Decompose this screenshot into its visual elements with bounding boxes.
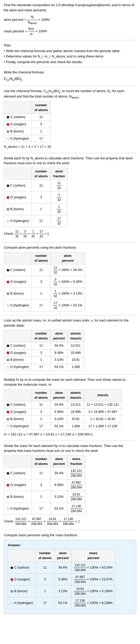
table-row: H (hydrogen) 17 53.1% 1.008 17 × 1.008 =… xyxy=(4,423,122,430)
h-dot-icon xyxy=(7,425,9,427)
table-row: O (oxygen) 3 xyxy=(4,121,51,128)
h-count: 17 xyxy=(32,135,50,142)
table-row: B (boron) 1 132 × 100% = 3.13% xyxy=(4,288,85,300)
c-dot-icon xyxy=(7,116,9,119)
mf-element-b: B (boron) xyxy=(4,491,32,503)
element-h: H (hydrogen) xyxy=(4,135,32,142)
mm-h-total: 17 × 1.008 = 17.136 xyxy=(84,423,122,430)
mm-h-count: 17 xyxy=(32,423,50,430)
ap-col-atoms: numberof atoms xyxy=(32,252,50,264)
ap-element-o: O (oxygen) xyxy=(4,276,32,288)
ap-c-percent: 1132 × 100% = 34.4% xyxy=(51,264,85,276)
am-h-mass: 1.008 xyxy=(68,364,84,371)
am-b-pct: 3.13% xyxy=(51,356,68,364)
plan-step-3: Finally, compute the percents and check … xyxy=(4,60,136,65)
mm-o-total: 3 × 15.999 = 47.997 xyxy=(84,408,122,416)
mm-o-pct: 9.38% xyxy=(51,408,68,416)
molar-mass-section: Multiply Nᵢ by mᵢ to compute the mass fo… xyxy=(4,377,136,437)
table-row: H (hydrogen) 17 xyxy=(4,135,51,142)
b-dot-icon xyxy=(7,359,9,361)
molar-mass-table: numberof atoms atompercent atomicmass/u … xyxy=(4,389,122,430)
mass-fraction-check: Check: 132.121208.064 + 47.997208.064 + … xyxy=(4,517,136,526)
mm-element-o: O (oxygen) xyxy=(4,408,32,416)
h-dot-icon xyxy=(7,508,9,510)
mm-h-pct: 53.1% xyxy=(51,423,68,430)
mf-h-pct: 53.1% xyxy=(51,503,68,515)
mm-h-mass: 1.008 xyxy=(68,423,84,430)
am-col-pct: atompercent xyxy=(51,330,68,342)
divider-2 xyxy=(4,67,136,67)
c-dot-icon xyxy=(7,404,9,406)
chemical-formula-display: C11H17BO3 xyxy=(4,76,136,82)
ap-b-percent: 132 × 100% = 3.13% xyxy=(51,288,85,300)
mm-col-element xyxy=(4,389,32,401)
divider-5 xyxy=(4,242,136,242)
divider-4 xyxy=(4,153,136,153)
table-row: O (oxygen) 3 9.38% 15.999 3 × 15.999 = 4… xyxy=(4,408,122,416)
o-dot-icon xyxy=(7,411,9,413)
mf-c-fraction: 132.121208.064 xyxy=(68,467,85,479)
o-dot-icon xyxy=(7,352,9,354)
am-o-mass: 15.999 xyxy=(68,349,84,356)
mass-percent-final-intro: Compute mass percents using the mass fra… xyxy=(4,533,136,538)
atom-fraction-table: numberof atoms atomfraction C (carbon) 1… xyxy=(4,168,68,227)
table-row: B (boron) 1 3.13% 10.81 1 × 10.81 = 10.8… xyxy=(4,415,122,423)
af-h-count: 17 xyxy=(32,215,50,227)
mf-col-pct: atompercent xyxy=(51,455,68,467)
am-b-mass: 10.81 xyxy=(68,356,84,364)
table-row: C (carbon) 11 xyxy=(4,114,51,121)
af-h-fraction: 1732 xyxy=(51,215,68,227)
mm-element-c: C (carbon) xyxy=(4,401,32,408)
am-col-mass: atomicmass/u xyxy=(68,330,84,342)
mm-b-total: 1 × 10.81 = 10.81 xyxy=(84,415,122,423)
am-b-count: 1 xyxy=(32,356,50,364)
plan-step-2: Determine values for N_i, m_i, N_atoms, … xyxy=(4,54,136,59)
mp-h-mass-pct: 17.136208.064 × 100% = 8.236% xyxy=(71,597,115,609)
am-col-atoms: numberof atoms xyxy=(32,330,50,342)
table-row: C (carbon) 11 1132 xyxy=(4,180,68,192)
table-row: C (carbon) 11 34.4% 132.121208.064 × 100… xyxy=(8,562,115,573)
mm-b-pct: 3.13% xyxy=(51,415,68,423)
c-count: 11 xyxy=(32,114,50,121)
o-dot-icon xyxy=(11,578,13,581)
molar-mass-total: m = 132.121 u + 47.997 u + 10.81 u + 17.… xyxy=(4,432,136,437)
mp-c-atom-pct: 34.4% xyxy=(54,562,71,573)
mp-col-atom-pct: atompercent xyxy=(54,550,71,562)
am-c-pct: 34.4% xyxy=(51,342,68,349)
answer-label: Answer: xyxy=(8,543,132,548)
plan-title: Plan: xyxy=(4,43,136,48)
mp-b-count: 1 xyxy=(35,585,54,597)
mp-col-atoms: numberof atoms xyxy=(35,550,54,562)
intro-section: Find the elemental composition for 3,5-d… xyxy=(4,3,136,36)
count-table: numberof atoms C (carbon) 11 O (oxygen) … xyxy=(4,102,51,142)
am-h-pct: 53.1% xyxy=(51,364,68,371)
atom-fraction-check: Check: 1132 + 332 + 132 + 1732 = 1 xyxy=(4,229,136,239)
ap-h-percent: 1732 × 100% = 53.1% xyxy=(51,300,85,311)
atomic-mass-intro: Look up the atomic mass, mᵢ, in unified … xyxy=(4,318,136,328)
mp-col-element xyxy=(8,550,36,562)
atom-percent-formula: atom percent = NiNatoms × 100% xyxy=(4,15,136,25)
molar-mass-intro: Multiply Nᵢ by mᵢ to compute the mass fo… xyxy=(4,377,136,387)
am-element-o: O (oxygen) xyxy=(4,349,32,356)
am-h-count: 17 xyxy=(32,364,50,371)
c-dot-icon xyxy=(7,345,9,347)
ap-b-count: 1 xyxy=(32,288,50,300)
o-dot-icon xyxy=(7,196,9,199)
intro-text: Find the elemental composition for 3,5-d… xyxy=(4,3,136,13)
count-section: Use the chemical formula, C11H17BO3, to … xyxy=(4,89,136,149)
table-row: C (carbon) 11 34.4% 12.011 11 × 12.011 =… xyxy=(4,401,122,408)
answer-box: Answer: numberof atoms atompercent massp… xyxy=(4,540,136,614)
mass-percent-table: numberof atoms atompercent masspercent C… xyxy=(8,550,115,609)
c-dot-icon xyxy=(7,269,9,271)
mm-c-count: 11 xyxy=(32,401,50,408)
table-row: H (hydrogen) 17 53.1% 17.136208.064 xyxy=(4,503,85,515)
mp-element-h: H (hydrogen) xyxy=(8,597,36,609)
element-b: B (boron) xyxy=(4,128,32,135)
atom-percent-intro: Compute atom percents using the atom fra… xyxy=(4,245,136,250)
mf-col-atoms: numberof atoms xyxy=(32,455,50,467)
element-o: O (oxygen) xyxy=(4,121,32,128)
mm-o-mass: 15.999 xyxy=(68,408,84,416)
table-row: C (carbon) 11 1132 × 100% = 34.4% xyxy=(4,264,85,276)
plan-list: Write the chemical formula and gather at… xyxy=(4,48,136,65)
mass-fraction-table: numberof atoms atompercent massfraction … xyxy=(4,455,85,515)
